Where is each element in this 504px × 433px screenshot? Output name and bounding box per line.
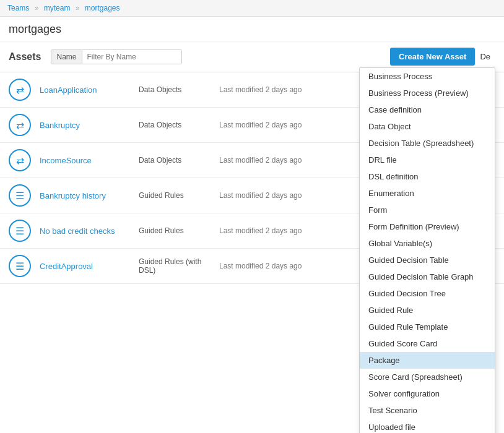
breadcrumb: Teams » myteam » mortgages [0, 0, 504, 17]
dropdown-item[interactable]: Test Scenario [360, 402, 495, 419]
dropdown-item[interactable]: Guided Decision Table [360, 252, 495, 268]
asset-icon: ☰ [9, 220, 31, 242]
dropdown-item[interactable]: Business Process [360, 68, 495, 85]
dropdown-item[interactable]: Solver configuration [360, 385, 495, 402]
asset-type: Guided Rules [139, 191, 219, 200]
asset-name[interactable]: Bankruptcy history [40, 191, 139, 200]
breadcrumb-myteam[interactable]: myteam [44, 4, 71, 12]
dropdown-item[interactable]: Business Process (Preview) [360, 85, 495, 101]
dropdown-item[interactable]: Case definition [360, 101, 495, 118]
asset-icon: ☰ [9, 184, 31, 207]
dropdown-item[interactable]: Form [360, 202, 495, 218]
breadcrumb-mortgages[interactable]: mortgages [85, 4, 120, 12]
page-title: mortgages [0, 17, 504, 41]
create-new-asset-button[interactable]: Create New Asset [390, 48, 475, 66]
dropdown-item[interactable]: Guided Rule [360, 302, 495, 319]
asset-name[interactable]: No bad credit checks [40, 226, 139, 236]
asset-name[interactable]: LoanApplication [40, 85, 139, 95]
dropdown-item[interactable]: DRL file [360, 152, 495, 168]
asset-name[interactable]: Bankruptcy [40, 121, 139, 130]
breadcrumb-teams[interactable]: Teams [7, 4, 29, 12]
asset-icon: ⇄ [9, 114, 31, 136]
dropdown-item[interactable]: DSL definition [360, 168, 495, 185]
dropdown-item[interactable]: Guided Rule Template [360, 319, 495, 335]
de-label: De [475, 52, 495, 61]
dropdown-item[interactable]: Form Definition (Preview) [360, 218, 495, 235]
create-asset-dropdown: Business ProcessBusiness Process (Previe… [359, 67, 495, 433]
dropdown-item[interactable]: Uploaded file [360, 419, 495, 433]
breadcrumb-sep1: » [35, 4, 39, 12]
dropdown-item[interactable]: Global Variable(s) [360, 235, 495, 252]
dropdown-item[interactable]: Enumeration [360, 185, 495, 202]
dropdown-item[interactable]: Guided Decision Tree [360, 285, 495, 302]
filter-group: Name [51, 49, 181, 64]
filter-input[interactable] [82, 50, 181, 64]
asset-name[interactable]: IncomeSource [40, 156, 139, 165]
asset-type: Guided Rules [139, 226, 219, 235]
asset-name[interactable]: CreditApproval [40, 262, 139, 271]
dropdown-item[interactable]: Score Card (Spreadsheet) [360, 369, 495, 385]
asset-icon: ☰ [9, 255, 31, 277]
asset-type: Data Objects [139, 121, 219, 129]
dropdown-item[interactable]: Guided Score Card [360, 335, 495, 352]
breadcrumb-sep2: » [76, 4, 80, 12]
dropdown-item[interactable]: Decision Table (Spreadsheet) [360, 135, 495, 152]
filter-label: Name [51, 50, 82, 64]
dropdown-item[interactable]: Data Object [360, 118, 495, 135]
asset-type: Guided Rules (with DSL) [139, 257, 219, 275]
asset-type: Data Objects [139, 85, 219, 94]
asset-icon: ⇄ [9, 79, 31, 101]
dropdown-item[interactable]: Guided Decision Table Graph [360, 268, 495, 285]
assets-label: Assets [9, 51, 41, 62]
dropdown-item[interactable]: Package [360, 352, 495, 369]
asset-icon: ⇄ [9, 149, 31, 171]
asset-type: Data Objects [139, 156, 219, 165]
